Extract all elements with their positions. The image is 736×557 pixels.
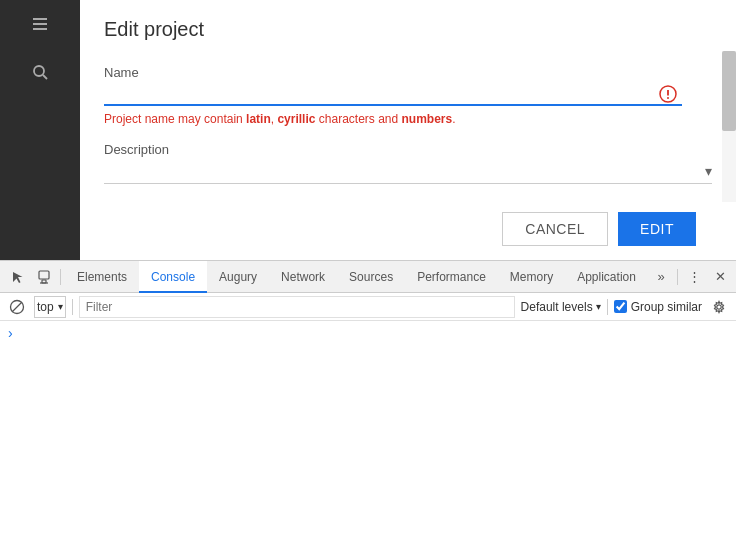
more-tabs-icon[interactable]: » (649, 263, 673, 291)
description-row: ▾ (104, 163, 712, 184)
top-context-select[interactable]: top ▾ (34, 296, 66, 318)
scroll-thumb[interactable] (722, 51, 736, 131)
error-suffix: characters and (315, 112, 401, 126)
search-icon[interactable] (26, 58, 54, 86)
svg-rect-0 (33, 18, 47, 20)
top-context-arrow: ▾ (58, 301, 63, 312)
error-end: . (452, 112, 455, 126)
clear-console-icon[interactable] (6, 296, 28, 318)
svg-rect-8 (39, 271, 49, 279)
svg-rect-2 (33, 28, 47, 30)
right-divider (677, 269, 678, 285)
layers-icon[interactable] (26, 10, 54, 38)
default-levels-label: Default levels (521, 300, 593, 314)
scroll-track (722, 51, 736, 202)
error-icon (658, 84, 678, 104)
cancel-button[interactable]: CANCEL (502, 212, 608, 246)
description-label: Description (104, 142, 712, 157)
modal-footer: CANCEL EDIT (80, 202, 736, 260)
svg-rect-1 (33, 23, 47, 25)
devtools-tab-bar: Elements Console Augury Network Sources … (0, 261, 736, 293)
group-similar-checkbox[interactable] (614, 300, 627, 313)
error-message: Project name may contain latin, cyrillic… (104, 112, 712, 126)
error-cyrillic: cyrillic (277, 112, 315, 126)
modal-title: Edit project (80, 0, 736, 51)
console-chevron-icon: › (8, 325, 13, 341)
tab-augury[interactable]: Augury (207, 261, 269, 293)
tab-sources[interactable]: Sources (337, 261, 405, 293)
tab-performance[interactable]: Performance (405, 261, 498, 293)
devtools-left-icons (6, 261, 56, 293)
edit-button[interactable]: EDIT (618, 212, 696, 246)
error-prefix: Project name may contain (104, 112, 246, 126)
tab-divider (60, 269, 61, 285)
description-input[interactable] (104, 163, 705, 179)
tab-console[interactable]: Console (139, 261, 207, 293)
chevron-down-icon: ▾ (705, 163, 712, 179)
tab-application[interactable]: Application (565, 261, 648, 293)
svg-point-7 (667, 97, 669, 99)
menu-icon[interactable]: ⋮ (682, 263, 706, 291)
console-prompt-row: › (8, 325, 728, 341)
console-toolbar: top ▾ Default levels ▾ Group similar (0, 293, 736, 321)
tab-memory[interactable]: Memory (498, 261, 565, 293)
devtools-panel: Elements Console Augury Network Sources … (0, 260, 736, 557)
devtools-right-icons: » ⋮ ✕ (649, 263, 732, 291)
error-numbers: numbers (402, 112, 453, 126)
console-body: › (0, 321, 736, 557)
group-similar-label: Group similar (631, 300, 702, 314)
group-similar-container: Group similar (614, 300, 702, 314)
console-filter-input[interactable] (79, 296, 515, 318)
tab-elements[interactable]: Elements (65, 261, 139, 293)
tab-network[interactable]: Network (269, 261, 337, 293)
svg-line-12 (12, 302, 22, 312)
svg-point-3 (34, 66, 44, 76)
modal-body: Name Project name may contain latin, cyr… (80, 51, 736, 202)
toolbar-divider (72, 299, 73, 315)
default-levels-arrow: ▾ (596, 301, 601, 312)
close-icon[interactable]: ✕ (708, 263, 732, 291)
console-settings-icon[interactable] (708, 296, 730, 318)
name-input[interactable] (104, 86, 682, 102)
device-toggle-icon[interactable] (32, 261, 56, 293)
svg-point-13 (717, 304, 721, 308)
error-latin: latin (246, 112, 271, 126)
toolbar-divider2 (607, 299, 608, 315)
default-levels-select[interactable]: Default levels ▾ (521, 300, 601, 314)
name-input-row (104, 86, 682, 106)
edit-project-modal: Edit project Name Project name may conta… (80, 0, 736, 260)
modal-scrollbar[interactable] (722, 51, 736, 202)
name-label: Name (104, 65, 712, 80)
pointer-icon[interactable] (6, 261, 30, 293)
svg-line-4 (43, 75, 47, 79)
top-context-value: top (37, 300, 54, 314)
